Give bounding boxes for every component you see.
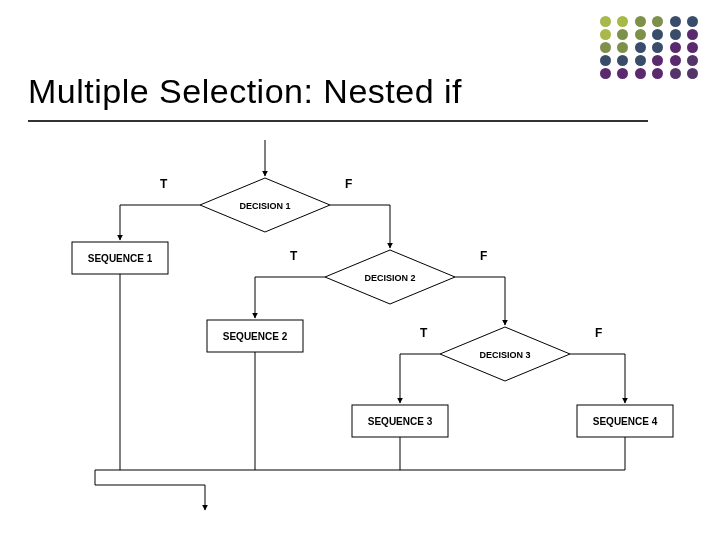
svg-text:T: T bbox=[160, 177, 168, 191]
edge-d2-s2 bbox=[255, 277, 325, 318]
sequence-4-label: SEQUENCE 4 bbox=[593, 416, 658, 427]
sequence-2-label: SEQUENCE 2 bbox=[223, 331, 288, 342]
svg-text:SEQUENCE 4: SEQUENCE 4 bbox=[593, 416, 658, 427]
svg-text:SEQUENCE 2: SEQUENCE 2 bbox=[223, 331, 288, 342]
edge-d1-d2 bbox=[330, 205, 390, 248]
branch-d2-F: F bbox=[480, 249, 487, 263]
edge-d1-s1 bbox=[120, 205, 200, 240]
branch-d1-F: F bbox=[345, 177, 352, 191]
svg-text:T: T bbox=[420, 326, 428, 340]
svg-text:F: F bbox=[595, 326, 602, 340]
edge-d3-s4 bbox=[570, 354, 625, 403]
branch-d1-T: T bbox=[160, 177, 168, 191]
svg-text:SEQUENCE 3: SEQUENCE 3 bbox=[368, 416, 433, 427]
svg-text:DECISION 3: DECISION 3 bbox=[479, 350, 530, 360]
svg-text:F: F bbox=[480, 249, 487, 263]
decision-1-label: DECISION 1 bbox=[239, 201, 290, 211]
edge-d3-s3 bbox=[400, 354, 440, 403]
svg-text:T: T bbox=[290, 249, 298, 263]
decision-3-label: DECISION 3 bbox=[479, 350, 530, 360]
svg-text:DECISION 1: DECISION 1 bbox=[239, 201, 290, 211]
svg-text:SEQUENCE 1: SEQUENCE 1 bbox=[88, 253, 153, 264]
branch-d3-T: T bbox=[420, 326, 428, 340]
svg-text:DECISION 2: DECISION 2 bbox=[364, 273, 415, 283]
decorative-dots bbox=[598, 14, 698, 84]
page-title: Multiple Selection: Nested if bbox=[28, 72, 462, 111]
sequence-3-label: SEQUENCE 3 bbox=[368, 416, 433, 427]
branch-d2-T: T bbox=[290, 249, 298, 263]
slide: Multiple Selection: Nested if DECISION 1… bbox=[0, 0, 720, 540]
edge-s4-bus bbox=[95, 437, 625, 470]
flowchart: DECISION 1 T F SEQUENCE 1 DECISION 2 T F… bbox=[0, 130, 720, 540]
title-underline bbox=[28, 120, 648, 122]
sequence-1-label: SEQUENCE 1 bbox=[88, 253, 153, 264]
svg-text:F: F bbox=[345, 177, 352, 191]
decision-2-label: DECISION 2 bbox=[364, 273, 415, 283]
branch-d3-F: F bbox=[595, 326, 602, 340]
edge-d2-d3 bbox=[455, 277, 505, 325]
